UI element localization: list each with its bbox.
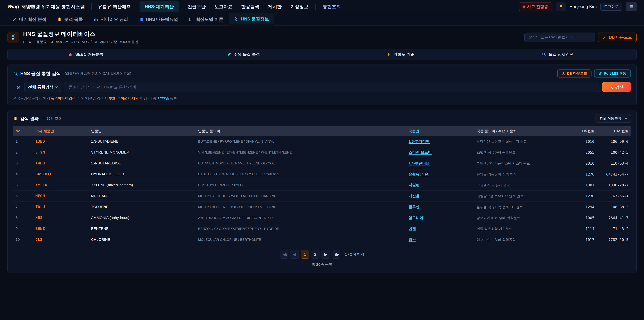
cell-english-synonyms: BUTANE-1,4-DIOL / TETRAMETHYLENE GLYCOL [195,158,406,169]
cell-english-synonyms: BASE OIL / HYDRAULIC FLUID / Y LUBE / em… [195,169,406,180]
hamburger-icon [629,4,634,9]
dna-icon [234,17,239,22]
section-risk-criteria[interactable]: 위험도 기준 [322,49,479,60]
db-download-button-small[interactable]: DB 다운로드 [557,70,592,78]
cell-un-number: 2810 [570,158,598,169]
column-no: No. [12,126,32,136]
search-panel-header: HNS 물질 통합 검색 (화물약어·제품명·동의어·CAS·UN번호 통합) … [13,70,631,78]
prev-page-button[interactable]: ◀ [290,250,299,259]
behavior-filter-select[interactable]: 전체 거동분류 [596,114,631,123]
table-row[interactable]: 4 BASEOIL HYDRAULIC FLUID BASE OIL / HYD… [12,169,632,180]
pencil-icon [12,17,17,22]
korean-name-link[interactable]: 스티렌 모노머 [408,150,432,154]
logout-button[interactable]: 로그아웃 [600,3,622,11]
korean-name-link[interactable]: 1,4-부탄디올 [408,161,430,165]
cell-english-synonyms: MOLECULAR CHLORINE / BERTHOLITE [195,234,406,245]
page-1-button[interactable]: 1 [301,250,309,259]
section-label: 물질 상세검색 [548,52,574,57]
cell-un-number: 1114 [570,223,598,234]
cell-cas-number: 64742-54-7 [598,169,632,180]
first-page-button[interactable]: ◀◀ [280,250,288,259]
nav-item-integrated-query[interactable]: 통합조회 [323,4,341,10]
total-prefix: 총 [312,262,316,266]
column-english-name: 영문명 [88,126,195,136]
results-title-text: 검색 결과 [20,116,38,122]
table-row[interactable]: 8 NH3 AMMONIA (anhydrous) ANHYDROUS AMMO… [12,212,632,223]
notification-button[interactable] [556,2,566,12]
tab-scenario-management[interactable]: 시나리오 관리 [88,14,133,25]
cell-english-synonyms: METHYLBENZENE / TOLUOL / PHENYLMETHANE [195,201,406,212]
table-row[interactable]: 1 13BD 1,3-BUTADIENE BUTADIENE / PYRROYL… [12,136,632,147]
db-download-button[interactable]: DB 다운로드 [598,33,636,42]
section-sebc-classification[interactable]: SEBC 거동분류 [8,49,165,60]
cell-english-synonyms: DIMETHYLBENZENE / XYLOL [195,180,406,191]
nav-item-emergency-rescue[interactable]: 긴급구난 [188,4,206,10]
korean-name-link[interactable]: 메탄올 [408,194,420,198]
quick-section-bar: SEBC 거동분류 주요 물질 특성 위험도 기준 물질 상세검색 [8,49,636,60]
korean-name-link[interactable]: 윤활유(기유) [408,172,430,176]
nav-item-weather[interactable]: 기상정보 [290,4,308,10]
ruler-icon [189,17,194,22]
tab-hns-manual[interactable]: HNS 대응매뉴얼 [134,14,184,25]
korean-name-link[interactable]: 자일렌 [408,183,420,187]
table-row[interactable]: 7 TOLU TOLUENE METHYLBENZENE / TOLUOL / … [12,201,632,212]
search-button[interactable]: 검색 [602,82,631,92]
portmis-link-button[interactable]: Port-MIS 연동 [594,70,631,78]
nav-item-board[interactable]: 게시판 [268,4,282,10]
korean-name-link[interactable]: 1,3-부타디엔 [408,139,430,143]
table-row[interactable]: 3 14BD 1,4-BUTANEDIOL BUTANE-1,4-DIOL / … [12,158,632,169]
menu-button[interactable] [626,2,636,12]
korean-name-link[interactable]: 염소 [408,237,416,242]
cell-english-synonyms: BENZOL / CYCLOHEXATRIENE / PHENYL HYDRID… [195,223,406,234]
table-row[interactable]: 6 MEOH METHANOL METHYL ALCOHOL / WOOD AL… [12,191,632,201]
korean-name-link[interactable]: 벤젠 [408,226,416,231]
results-header: 검색 결과 — 20건 조회 전체 거동분류 [12,114,632,123]
nav-item-oil-spill[interactable]: 유출유 확산예측 [98,4,131,10]
db-download-small-label: DB 다운로드 [567,71,587,76]
total-suffix: 종 등록 [320,262,332,266]
cell-korean-synonyms: 벤졸·석유화학 기초원료 [474,223,570,234]
download-icon [562,72,565,75]
column-un-number: UN번호 [570,126,598,136]
cell-english-synonyms: VINYLBENZENE / ETHENYLBENZENE / PHENYLET… [195,147,406,158]
korean-name-link[interactable]: 암모니아 [408,216,423,220]
nav-item-hns-dispersion[interactable]: HNS·대기확산 [140,1,179,12]
total-count: 20 [316,262,320,266]
page-2-button[interactable]: 2 [311,250,320,259]
cell-cas-number: 7782-50-5 [598,234,632,245]
incident-status-badge[interactable]: 사고 진행중 [519,2,552,11]
pagination: ◀◀ ◀ 1 2 ▶ ▶▶ 1 / 2 페이지 [12,250,632,259]
cell-korean-synonyms: 유압유·가동장비·선박 엔진 [474,169,570,180]
magnifier-icon [609,85,613,89]
sub-tab-bar: 대기확산 분석 분석 목록 시나리오 관리 HNS 대응매뉴얼 확산모델 이론 … [0,14,644,26]
korean-name-link[interactable]: 톨루엔 [408,205,420,209]
main-nav: 유출유 확산예측 HNS·대기확산 긴급구난 보고자료 항공탐색 게시판 기상정… [98,1,341,12]
section-substance-properties[interactable]: 주요 물질 특성 [165,49,322,60]
table-row[interactable]: 5 XYLENE XYLENE (mixed isomers) DIMETHYL… [12,180,632,191]
next-page-button[interactable]: ▶ [322,250,330,259]
nav-item-aerial-search[interactable]: 항공탐색 [241,4,259,10]
integrated-search-input[interactable] [64,82,599,92]
cell-un-number: 1017 [570,234,598,245]
tab-analysis-list[interactable]: 분석 목록 [52,14,88,25]
section-detail-search[interactable]: 물질 상세검색 [479,49,636,60]
tab-model-theory[interactable]: 확산모델 이론 [184,14,228,25]
table-row[interactable]: 2 STYN STYRENE MONOMER VINYLBENZENE / ET… [12,147,632,158]
cell-english-name: STYRENE MONOMER [88,147,195,158]
section-label: SEBC 거동분류 [75,52,104,57]
table-row[interactable]: 9 BENZ BENZENE BENZOL / CYCLOHEXATRIENE … [12,223,632,234]
column-korean-name: 국문명 [406,126,474,136]
nav-item-reports[interactable]: 보고자료 [214,4,232,10]
table-row[interactable]: 10 CL2 CHLORINE MOLECULAR CHLORINE / BER… [12,234,632,245]
section-label: 주요 물질 특성 [234,52,260,57]
last-page-button[interactable]: ▶▶ [332,250,340,259]
quick-search-input[interactable] [524,33,595,42]
tab-hns-substance-info[interactable]: HNS 물질정보 [228,14,274,25]
category-select[interactable]: 전체 통합검색 [24,82,61,92]
cell-abbr-code: NH3 [36,216,42,220]
tab-label: 확산모델 이론 [196,17,223,22]
tab-dispersion-analysis[interactable]: 대기확산 분석 [7,14,52,25]
filter-selected-value: 전체 거동분류 [600,116,622,121]
tab-label: HNS 대응매뉴얼 [146,17,178,22]
category-selected-value: 전체 통합검색 [28,84,54,90]
